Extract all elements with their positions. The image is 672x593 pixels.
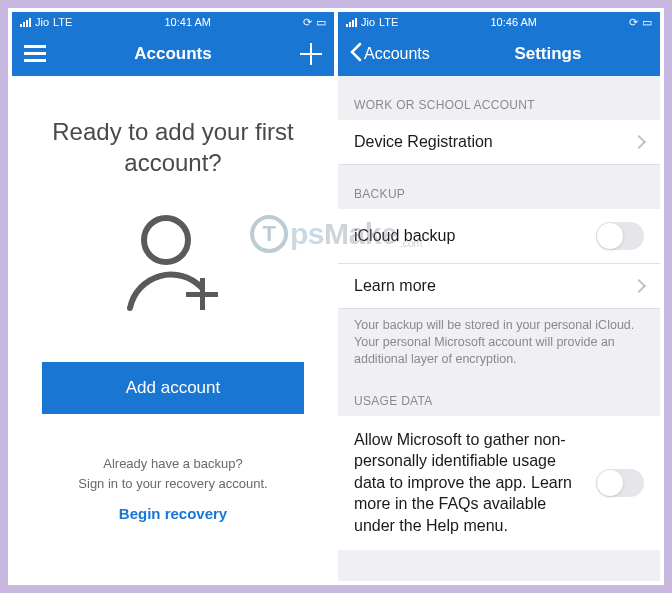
- page-title: Settings: [514, 44, 581, 64]
- battery-icon: ▭: [316, 16, 326, 29]
- back-label: Accounts: [364, 45, 430, 63]
- settings-screen: Jio LTE 10:46 AM ⟳ ▭ Accounts Settings W…: [338, 12, 660, 581]
- headline: Ready to add your first account?: [42, 116, 304, 178]
- carrier-label: Jio: [35, 16, 49, 28]
- svg-rect-0: [24, 45, 46, 48]
- signal-icon: [346, 18, 357, 27]
- svg-rect-1: [24, 52, 46, 55]
- learn-more-cell[interactable]: Learn more: [338, 264, 660, 309]
- backup-prompt: Already have a backup? Sign in to your r…: [78, 454, 267, 493]
- add-account-button[interactable]: Add account: [42, 362, 304, 414]
- backup-footer-text: Your backup will be stored in your perso…: [338, 309, 660, 372]
- orientation-lock-icon: ⟳: [629, 16, 638, 29]
- icloud-backup-cell: iCloud backup: [338, 209, 660, 264]
- nav-bar: Accounts: [12, 32, 334, 76]
- back-button[interactable]: Accounts: [350, 42, 430, 66]
- usage-text: Allow Microsoft to gather non-personally…: [354, 429, 584, 537]
- main-content: Ready to add your first account? Add acc…: [12, 76, 334, 581]
- usage-data-toggle[interactable]: [596, 469, 644, 497]
- status-bar: Jio LTE 10:46 AM ⟳ ▭: [338, 12, 660, 32]
- nav-bar: Accounts Settings: [338, 32, 660, 76]
- page-title: Accounts: [134, 44, 211, 64]
- svg-point-5: [144, 218, 188, 262]
- carrier-label: Jio: [361, 16, 375, 28]
- network-label: LTE: [53, 16, 72, 28]
- add-icon[interactable]: [300, 43, 322, 65]
- user-plus-icon: [118, 208, 228, 322]
- svg-rect-7: [186, 292, 218, 297]
- cell-label: Device Registration: [354, 133, 493, 151]
- section-header-usage: USAGE DATA: [338, 372, 660, 416]
- orientation-lock-icon: ⟳: [303, 16, 312, 29]
- settings-list: WORK OR SCHOOL ACCOUNT Device Registrati…: [338, 76, 660, 581]
- network-label: LTE: [379, 16, 398, 28]
- accounts-screen: Jio LTE 10:41 AM ⟳ ▭ Accounts Ready to a…: [12, 12, 334, 581]
- svg-rect-2: [24, 59, 46, 62]
- battery-icon: ▭: [642, 16, 652, 29]
- clock-label: 10:46 AM: [490, 16, 536, 28]
- signal-icon: [20, 18, 31, 27]
- clock-label: 10:41 AM: [164, 16, 210, 28]
- menu-icon[interactable]: [24, 45, 46, 63]
- status-bar: Jio LTE 10:41 AM ⟳ ▭: [12, 12, 334, 32]
- section-header-backup: BACKUP: [338, 165, 660, 209]
- icloud-backup-toggle[interactable]: [596, 222, 644, 250]
- begin-recovery-link[interactable]: Begin recovery: [119, 505, 227, 522]
- cell-label: iCloud backup: [354, 227, 455, 245]
- chevron-left-icon: [350, 42, 362, 66]
- device-registration-cell[interactable]: Device Registration: [338, 120, 660, 165]
- usage-data-cell: Allow Microsoft to gather non-personally…: [338, 416, 660, 550]
- cell-label: Learn more: [354, 277, 436, 295]
- section-header-work: WORK OR SCHOOL ACCOUNT: [338, 76, 660, 120]
- svg-rect-4: [300, 53, 322, 55]
